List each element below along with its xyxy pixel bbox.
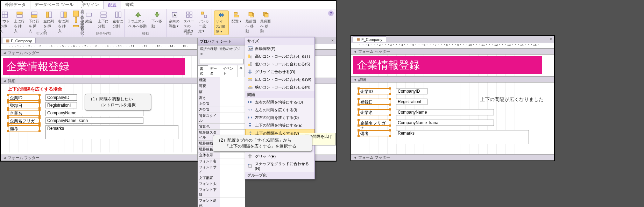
section-detail-label: 詳細 xyxy=(8,78,15,84)
split-h-button[interactable]: 左右に 分割 xyxy=(111,10,125,29)
padding-button[interactable]: スペースの 調整 ▾ xyxy=(182,10,196,34)
prop-row[interactable]: 上位置 xyxy=(198,101,245,107)
prop-tab-format[interactable]: 書式 xyxy=(198,65,208,77)
arrow-up-icon xyxy=(135,11,142,18)
dd-narrowest[interactable]: 狭いコントロールに合わせる(N) xyxy=(245,83,314,91)
field-company-kana[interactable]: CompanyName_kana xyxy=(396,120,494,126)
label-remarks[interactable]: 備考 xyxy=(8,125,40,131)
svg-rect-12 xyxy=(75,17,77,23)
send-back-button[interactable]: 最背面へ 移動 xyxy=(259,10,273,34)
widest-icon xyxy=(247,77,253,82)
dd-v-equal[interactable]: 上下の間隔を均等にする(E) xyxy=(245,121,314,129)
svg-text:XY: XY xyxy=(249,47,253,51)
prop-row[interactable]: フォント下線 xyxy=(198,187,245,198)
doc-tab[interactable]: ▦F_Company xyxy=(353,36,386,42)
prop-row[interactable]: フォント名 xyxy=(198,158,245,164)
form-title[interactable]: 企業情報登録 xyxy=(353,56,542,74)
field-remarks[interactable]: Remarks xyxy=(396,130,529,144)
close-icon[interactable]: × xyxy=(550,37,552,42)
margin-button[interactable]: A余白の 調整 ▾ xyxy=(168,10,182,29)
form-detail-canvas[interactable]: 企業ID 登録日 企業名 企業名フリガナ 備考 CompanyID Regist… xyxy=(351,83,554,154)
dd-tallest[interactable]: 高いコントロールに合わせる(T) xyxy=(245,52,314,60)
prop-row[interactable]: 文字配置 xyxy=(198,175,245,181)
prop-row[interactable]: 可視 xyxy=(198,83,245,89)
move-up-button[interactable]: 1 つ上のレベ ルへ移動 xyxy=(127,10,149,29)
dd-h-inc[interactable]: 左右の間隔を広くする(I) xyxy=(245,106,314,114)
prop-row[interactable]: 立体表示 xyxy=(198,152,245,158)
field-remarks[interactable]: Remarks xyxy=(45,125,178,139)
prop-row[interactable]: 左位置 xyxy=(198,107,245,113)
move-down-button[interactable]: 下へ移動 xyxy=(150,10,164,29)
tab-dbtools[interactable]: データベース ツール xyxy=(30,1,78,9)
margin-icon: A xyxy=(171,11,178,18)
row-above-button[interactable]: 上に行を 挿入 xyxy=(13,10,27,34)
dd-snap[interactable]: スナップをグリッドに合わせる(N) xyxy=(245,160,314,172)
size-space-button[interactable]: サイズ/ 間隔 ▾ xyxy=(214,10,229,35)
field-company-kana[interactable]: CompanyName_kana xyxy=(45,117,143,124)
label-company-kana[interactable]: 企業名フリガナ xyxy=(358,120,390,126)
prop-object-select[interactable] xyxy=(199,59,243,64)
doc-tab[interactable]: ▦F_Company xyxy=(2,38,36,43)
dd-shortest[interactable]: 低いコントロールに合わせる(S) xyxy=(245,60,314,68)
dd-grid-show[interactable]: グリッド(R) xyxy=(245,152,314,160)
label-company-id[interactable]: 企業ID xyxy=(358,88,390,94)
dd-h-equal[interactable]: 左右の間隔を均等にする(Q) xyxy=(245,98,314,106)
field-company-name[interactable]: CompanyName xyxy=(396,109,494,115)
red-note: 上下の間隔を広くする場合 xyxy=(8,86,62,92)
dd-widest[interactable]: 広いコントロールに合わせる(W) xyxy=(245,76,314,83)
prop-row[interactable]: 幅 xyxy=(198,89,245,95)
form-title[interactable]: 企業情報登録 xyxy=(3,58,185,75)
label-company-name[interactable]: 企業名 xyxy=(8,110,40,116)
field-reg-date[interactable]: RegistrationI xyxy=(396,99,427,105)
help-icon[interactable]: ? xyxy=(328,10,334,16)
tab-arrange[interactable]: 配置 xyxy=(104,1,121,9)
row-below-button[interactable]: 下に行を 挿入 xyxy=(27,10,41,34)
dd-autofit[interactable]: XY自動調整(F) xyxy=(245,45,314,52)
label-company-name[interactable]: 企業名 xyxy=(358,109,390,115)
close-icon[interactable]: × xyxy=(331,38,334,43)
section-detail-bar[interactable]: ◄詳細 xyxy=(351,76,554,83)
section-footer-label: フォーム フッター xyxy=(358,155,390,160)
svg-rect-13 xyxy=(73,26,79,27)
prop-row[interactable]: 背景色 xyxy=(198,124,245,130)
label-company-kana[interactable]: 企業名フリガナ xyxy=(8,117,40,124)
col-left-button[interactable]: 左に列を 挿入 xyxy=(42,10,56,34)
prop-row[interactable]: 高さ xyxy=(198,95,245,101)
merge-button[interactable]: 結合 xyxy=(82,10,96,24)
section-toggle-icon: ◄ xyxy=(353,50,357,53)
label-reg-date[interactable]: 登録日 xyxy=(358,99,390,105)
anchor-button[interactable]: アンカー 設定 ▾ xyxy=(197,10,211,34)
dd-h-dec[interactable]: 左右の間隔を狭くする(D) xyxy=(245,114,314,121)
prop-row[interactable]: フォント斜体 xyxy=(198,198,245,207)
section-toggle-icon: ◄ xyxy=(353,156,357,159)
prop-tab-data[interactable]: データ xyxy=(208,65,221,77)
label-reg-date[interactable]: 登録日 xyxy=(8,102,40,108)
svg-rect-8 xyxy=(46,12,49,17)
col-right-button[interactable]: 右に列を 挿入 xyxy=(57,10,71,34)
ruler: ・・・1・・・2・・・3・・・4・・・5・・・6・・・7・・・8・・・9・・・1… xyxy=(351,43,554,48)
field-company-id[interactable]: CompanyID xyxy=(45,94,77,101)
narrowest-icon xyxy=(247,84,253,90)
tab-format[interactable]: 書式 xyxy=(121,1,138,9)
prop-tab-other[interactable]: そ xyxy=(238,65,245,77)
prop-row[interactable]: フォントサイ xyxy=(198,164,245,175)
prop-row[interactable]: フォント太 xyxy=(198,181,245,187)
label-remarks[interactable]: 備考 xyxy=(358,130,390,136)
section-footer-bar[interactable]: ◄フォーム フッター xyxy=(351,154,554,160)
section-header-bar[interactable]: ◄フォーム ヘッダー xyxy=(351,48,554,55)
bring-front-button[interactable]: 最前面へ 移動 xyxy=(244,10,258,34)
field-company-id[interactable]: CompanyID xyxy=(396,88,427,94)
label-company-id[interactable]: 企業ID xyxy=(8,94,40,101)
tab-external[interactable]: 外部データ xyxy=(1,1,30,9)
form-header-canvas[interactable]: 企業情報登録 xyxy=(351,55,554,76)
split-v-button[interactable]: 上下に 分割 xyxy=(97,10,111,29)
prop-row[interactable]: 標題 xyxy=(198,77,245,83)
field-reg-date[interactable]: RegistrationI xyxy=(45,102,77,108)
section-header-label: フォーム ヘッダー xyxy=(8,50,40,56)
align-button[interactable]: 配置 ▾ xyxy=(229,10,243,24)
field-company-name[interactable]: CompanyName xyxy=(45,110,143,116)
prop-tab-event[interactable]: イベント xyxy=(221,65,238,77)
prop-row[interactable]: 背景スタイル xyxy=(198,113,245,124)
layout-insert-button[interactable]: アウトの 挿入 xyxy=(0,10,12,34)
dd-togrid[interactable]: グリッドに合わせる(O) xyxy=(245,68,314,76)
